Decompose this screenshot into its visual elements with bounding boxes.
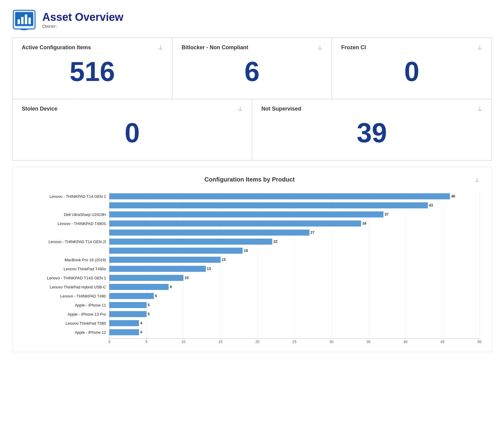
kpi-active-config-value: 516 <box>22 54 163 90</box>
filter-icon-stolen[interactable]: ⊥ <box>238 105 243 112</box>
x-axis-label: 50 <box>477 340 481 344</box>
bar-row: 27 <box>109 228 480 237</box>
bar <box>109 275 183 281</box>
x-axis-label: 40 <box>403 340 407 344</box>
chart-title: Configuration Items by Product <box>24 176 475 183</box>
bar <box>109 193 450 199</box>
bar-value: 13 <box>207 267 211 271</box>
bar <box>109 320 139 326</box>
filter-icon-not-supervised[interactable]: ⊥ <box>477 105 482 112</box>
chart-label: Dell UltraSharp U2419H <box>24 210 109 219</box>
chart-label: MacBook Pro 16 (2019) <box>24 256 109 264</box>
bar-row: 18 <box>109 246 480 255</box>
bar-row: 13 <box>109 265 480 273</box>
kpi-stolen-title: Stolen Device <box>22 106 57 112</box>
chart-label: Lenovo - THINKPAD T14S GEN 1 <box>24 274 109 282</box>
kpi-not-supervised-title: Not Supervised <box>261 106 301 112</box>
x-axis-label: 10 <box>181 340 185 344</box>
bar <box>109 220 361 227</box>
bar <box>109 266 206 272</box>
chart-label <box>24 201 109 210</box>
svg-rect-7 <box>21 29 28 30</box>
x-axis-label: 30 <box>329 340 333 344</box>
bar-row: 5 <box>109 310 480 318</box>
x-axis-label: 20 <box>255 340 259 344</box>
bar-value: 4 <box>140 321 142 325</box>
kpi-frozen-value: 0 <box>341 54 482 90</box>
chart-label: Lenovo - THINKPAD T14 GEN 2I <box>24 237 109 246</box>
x-axis-label: 15 <box>218 340 222 344</box>
page: Asset Overview Owner: Active Configurati… <box>0 0 504 361</box>
kpi-stolen: Stolen Device ⊥ 0 <box>12 99 252 160</box>
bar <box>109 257 221 263</box>
kpi-not-supervised-value: 39 <box>261 115 482 151</box>
bar-row: 8 <box>109 283 480 291</box>
kpi-bitlocker: Bitlocker - Non Compliant ⊥ 6 <box>172 38 332 99</box>
app-icon <box>12 9 36 30</box>
bar-row: 4 <box>109 319 480 327</box>
header-text: Asset Overview Owner: <box>42 11 123 29</box>
x-axis-label: 5 <box>145 340 147 344</box>
bar-row: 43 <box>109 201 480 210</box>
bar <box>109 311 147 317</box>
bar-row: 37 <box>109 210 480 219</box>
bar-row: 15 <box>109 256 480 264</box>
page-header: Asset Overview Owner: <box>12 9 492 30</box>
svg-rect-2 <box>18 19 20 24</box>
kpi-bitlocker-title: Bitlocker - Non Compliant <box>182 44 248 51</box>
bar-value: 5 <box>148 303 150 307</box>
chart-label: Apple - iPhone 13 Pro <box>24 310 109 318</box>
bar-value: 18 <box>244 249 248 253</box>
bar-row: 4 <box>109 328 480 336</box>
bar-row: 46 <box>109 192 480 201</box>
bar <box>109 302 147 308</box>
chart-label <box>24 246 109 255</box>
kpi-row-1: Active Configuration Items ⊥ 516 Bitlock… <box>12 38 492 99</box>
x-axis-label: 35 <box>367 340 370 344</box>
bar-value: 37 <box>385 212 389 217</box>
chart-label: Lenovo ThinkPad T490s <box>24 265 109 273</box>
svg-rect-4 <box>25 14 27 24</box>
bar-value: 46 <box>451 194 455 198</box>
chart-label: Apple - iPhone 11 <box>24 301 109 309</box>
bar <box>109 211 383 217</box>
bar-row: 22 <box>109 237 480 246</box>
bar-value: 10 <box>185 276 189 280</box>
chart-label: Lenovo - THINKPAD T490 <box>24 292 109 300</box>
bar <box>109 293 154 299</box>
chart-label: Apple - iPhone 12 <box>24 328 109 336</box>
bar-row: 10 <box>109 274 480 282</box>
filter-icon-chart[interactable]: ⊥ <box>475 176 480 183</box>
bar-row: 6 <box>109 292 480 300</box>
chart-label: Lenovo - THINKPAD T14 GEN 1 <box>24 192 109 201</box>
bar-value: 5 <box>148 312 150 316</box>
owner-label: Owner: <box>42 24 123 29</box>
kpi-bitlocker-value: 6 <box>182 54 323 90</box>
filter-icon-frozen[interactable]: ⊥ <box>477 44 482 51</box>
svg-rect-3 <box>21 17 24 24</box>
chart-label <box>24 228 109 237</box>
bar <box>109 284 169 290</box>
kpi-section: Active Configuration Items ⊥ 516 Bitlock… <box>12 37 492 161</box>
chart-label: Lenovo ThinkPad Hybrid USB-C <box>24 283 109 291</box>
chart-label: Lenovo - THINKPAD T490S <box>24 219 109 228</box>
bar <box>109 202 428 208</box>
bar <box>109 239 272 245</box>
bar-value: 27 <box>311 230 315 235</box>
bar-value: 43 <box>429 203 433 207</box>
svg-rect-5 <box>28 18 31 24</box>
kpi-active-config-title: Active Configuration Items <box>22 44 91 51</box>
x-axis-label: 45 <box>441 340 444 344</box>
filter-icon-active[interactable]: ⊥ <box>158 44 163 51</box>
chart-section: Configuration Items by Product ⊥ Lenovo … <box>12 167 492 352</box>
kpi-stolen-value: 0 <box>22 115 243 151</box>
bar-value: 8 <box>170 285 172 289</box>
bar-value: 22 <box>273 240 277 244</box>
x-axis-label: 25 <box>292 340 296 344</box>
kpi-not-supervised: Not Supervised ⊥ 39 <box>252 99 492 160</box>
chart-label: Lenovo ThinkPad T580 <box>24 319 109 327</box>
kpi-frozen: Frozen CI ⊥ 0 <box>332 38 492 99</box>
filter-icon-bitlocker[interactable]: ⊥ <box>318 44 322 51</box>
kpi-row-2: Stolen Device ⊥ 0 Not Supervised ⊥ 39 <box>12 99 492 160</box>
kpi-active-config: Active Configuration Items ⊥ 516 <box>12 38 172 99</box>
